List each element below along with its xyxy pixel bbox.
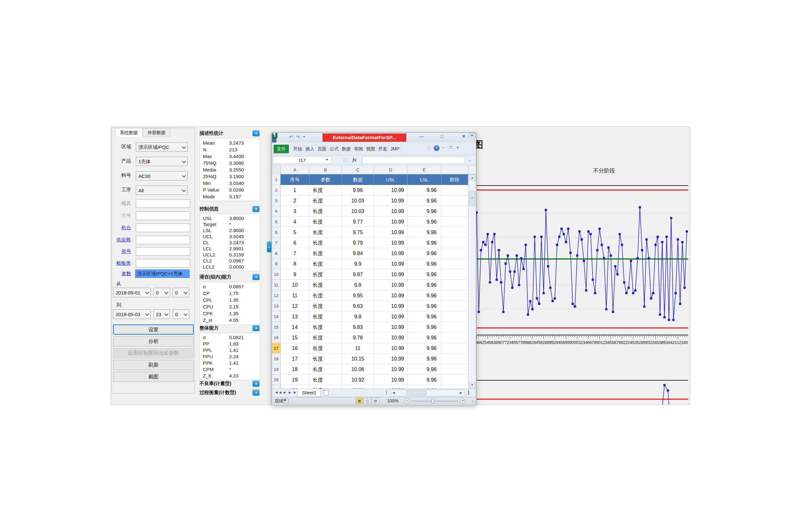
- cell[interactable]: 10.99: [374, 301, 407, 311]
- cell[interactable]: 10.06: [342, 364, 374, 375]
- from-minute-select[interactable]: 0: [172, 288, 189, 297]
- data-point-marker[interactable]: [574, 305, 576, 307]
- cell[interactable]: 9.96: [407, 206, 441, 216]
- cell[interactable]: 长度: [309, 322, 342, 332]
- cell[interactable]: 10.99: [374, 354, 407, 364]
- parameter-selected-value[interactable]: 演示区域IPQC>1壳体: [135, 269, 189, 278]
- data-point-marker[interactable]: [549, 287, 552, 289]
- row-header-7[interactable]: 7: [272, 238, 280, 248]
- cell[interactable]: 9.8: [342, 311, 374, 322]
- insert-function-icon[interactable]: fx: [352, 157, 357, 163]
- cell[interactable]: 长度: [309, 375, 342, 385]
- expand-section-icon[interactable]: «: [253, 381, 259, 387]
- data-point-marker[interactable]: [607, 247, 610, 249]
- select-all-corner[interactable]: [272, 166, 280, 174]
- cell[interactable]: [441, 354, 468, 364]
- cell[interactable]: 10.92: [342, 375, 374, 385]
- cell[interactable]: 9.96: [407, 332, 441, 343]
- cell[interactable]: 10.99: [374, 269, 407, 280]
- vertical-scrollbar[interactable]: ▲ ▼: [468, 174, 476, 388]
- cell[interactable]: 10.99: [374, 259, 407, 269]
- spreadsheet-grid[interactable]: 1序号参数数据USLLSL阶段21长度9.9610.999.9632长度10.0…: [272, 174, 468, 388]
- cell[interactable]: 9.96: [407, 354, 441, 364]
- cell[interactable]: 9.96: [407, 385, 441, 388]
- row-header-6[interactable]: 6: [272, 227, 280, 238]
- field-input-6[interactable]: [136, 224, 190, 232]
- button-analyze[interactable]: 分析: [113, 336, 194, 346]
- cell[interactable]: 9.95: [342, 290, 374, 301]
- field-select-3[interactable]: All: [136, 186, 187, 195]
- data-point-marker[interactable]: [592, 279, 594, 281]
- cell[interactable]: 10.99: [374, 238, 407, 248]
- cell[interactable]: 9.96: [407, 343, 441, 354]
- cell[interactable]: 9.79: [342, 238, 374, 248]
- data-point-marker[interactable]: [567, 228, 569, 230]
- scroll-right-icon[interactable]: ►: [459, 391, 463, 395]
- window-restore-icon[interactable]: ❐: [449, 146, 452, 150]
- data-point-marker[interactable]: [482, 241, 485, 243]
- data-point-marker[interactable]: [650, 297, 652, 300]
- data-point-marker[interactable]: [518, 284, 520, 286]
- data-point-marker[interactable]: [668, 319, 670, 321]
- data-point-marker[interactable]: [507, 254, 509, 257]
- data-point-marker[interactable]: [585, 289, 587, 291]
- data-point-marker[interactable]: [682, 241, 684, 243]
- tab-external-data[interactable]: 外部数据: [143, 128, 170, 137]
- tab-split-divider[interactable]: ▏: [386, 390, 389, 395]
- cell[interactable]: [441, 301, 468, 311]
- normal-view-icon[interactable]: ▦: [356, 398, 363, 404]
- zoom-out-icon[interactable]: −: [404, 398, 410, 404]
- data-point-marker[interactable]: [583, 260, 585, 262]
- expand-section-icon[interactable]: «: [253, 390, 259, 396]
- row-header-17[interactable]: 17: [272, 343, 280, 354]
- cell[interactable]: 9.75: [342, 227, 374, 238]
- data-point-marker[interactable]: [491, 241, 493, 243]
- tab-页面[interactable]: 页面: [316, 145, 328, 153]
- cell[interactable]: [441, 343, 468, 354]
- tab-审阅[interactable]: 审阅: [352, 145, 365, 153]
- cell[interactable]: 长度: [309, 248, 342, 259]
- tab-system-data[interactable]: 系统数据: [115, 128, 143, 137]
- data-point-marker[interactable]: [659, 314, 661, 316]
- cell[interactable]: 9.63: [342, 301, 374, 311]
- field-label-10[interactable]: 参数: [122, 271, 131, 277]
- cell[interactable]: 9.96: [407, 238, 441, 248]
- data-point-marker[interactable]: [666, 236, 668, 238]
- data-point-marker[interactable]: [652, 292, 655, 294]
- cell[interactable]: 10.99: [374, 364, 407, 375]
- horizontal-scrollbar[interactable]: ◄ ►: [391, 390, 465, 396]
- cell[interactable]: 9.96: [407, 301, 441, 311]
- cell[interactable]: 11: [280, 290, 309, 301]
- window-minimize-icon[interactable]: ─: [442, 146, 444, 149]
- scrollbar-thumb[interactable]: [469, 191, 475, 206]
- column-header-cut[interactable]: [441, 166, 468, 174]
- row-header-9[interactable]: 9: [272, 259, 280, 269]
- cell[interactable]: 13: [280, 311, 309, 322]
- data-point-marker[interactable]: [552, 300, 554, 302]
- cell[interactable]: 9.78: [342, 332, 374, 343]
- cell[interactable]: 9.8: [342, 280, 374, 290]
- data-point-marker[interactable]: [529, 300, 531, 302]
- zoom-slider-thumb[interactable]: [432, 399, 434, 403]
- cell[interactable]: 10.99: [374, 311, 407, 322]
- data-point-marker[interactable]: [554, 297, 556, 300]
- data-point-marker[interactable]: [534, 236, 536, 238]
- cell[interactable]: [441, 280, 468, 290]
- cell[interactable]: 10.99: [374, 195, 407, 206]
- data-point-marker[interactable]: [670, 217, 672, 219]
- cell[interactable]: 10.99: [374, 385, 407, 388]
- data-point-marker[interactable]: [599, 228, 601, 230]
- field-input-9[interactable]: [136, 259, 190, 268]
- data-point-marker[interactable]: [632, 292, 634, 294]
- button-set[interactable]: 设置: [113, 324, 194, 335]
- field-label-6[interactable]: 机台: [122, 225, 131, 231]
- cell[interactable]: 9.96: [407, 322, 441, 332]
- cell[interactable]: 长度: [309, 301, 342, 311]
- cell[interactable]: 9.84: [342, 248, 374, 259]
- cell[interactable]: 15: [280, 332, 309, 343]
- data-point-marker[interactable]: [603, 257, 605, 259]
- data-point-marker[interactable]: [657, 236, 659, 238]
- row-header-21[interactable]: 21: [272, 385, 280, 388]
- collapse-section-icon[interactable]: «: [253, 130, 259, 136]
- cell[interactable]: 9.96: [342, 185, 374, 195]
